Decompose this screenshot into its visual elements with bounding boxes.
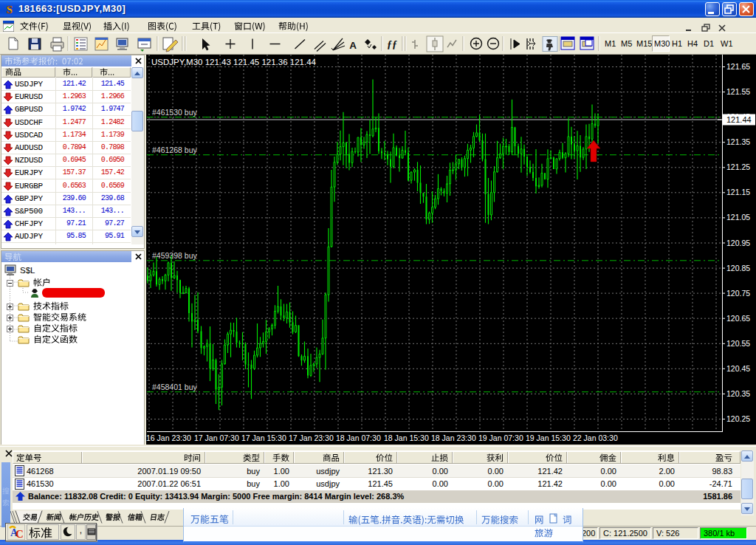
svg-text:120.55: 120.55 [726,339,750,348]
svg-text:120.85: 120.85 [726,264,750,272]
svg-text:18 Jan 07:30: 18 Jan 07:30 [336,433,381,442]
svg-text:19 Jan 07:30: 19 Jan 07:30 [478,433,523,442]
svg-text:121.05: 121.05 [726,213,750,222]
svg-text:18 Jan 15:30: 18 Jan 15:30 [384,433,429,442]
svg-text:ƒƒ: ƒƒ [387,39,397,50]
svg-text:#461268 buy: #461268 buy [152,145,197,154]
svg-text:16 Jan 23:30: 16 Jan 23:30 [146,433,191,442]
svg-text:#461530 buy: #461530 buy [152,108,197,117]
svg-text:#459398 buy: #459398 buy [152,251,197,260]
svg-text:121.35: 121.35 [726,137,750,146]
svg-text:22 Jan 03:30: 22 Jan 03:30 [573,433,618,442]
svg-text:121.25: 121.25 [726,162,750,171]
svg-text:A: A [349,40,357,51]
svg-text:17 Jan 23:30: 17 Jan 23:30 [289,433,334,442]
svg-text:120.25: 120.25 [726,414,750,423]
svg-text:18 Jan 23:30: 18 Jan 23:30 [431,433,476,442]
svg-text:17 Jan 07:30: 17 Jan 07:30 [194,433,239,442]
svg-text:#458401 buy: #458401 buy [152,383,197,391]
svg-text:C: C [16,528,24,540]
svg-text:121.55: 121.55 [726,87,750,96]
svg-text:120.65: 120.65 [726,314,750,323]
svg-text:S: S [7,4,13,16]
svg-text:17 Jan 15:30: 17 Jan 15:30 [241,433,286,442]
svg-text:121.44: 121.44 [726,115,752,124]
svg-text:19 Jan 15:30: 19 Jan 15:30 [526,433,571,442]
svg-text:121.15: 121.15 [726,188,750,196]
svg-text:121.65: 121.65 [726,62,750,71]
svg-text:120.75: 120.75 [726,289,750,298]
svg-text:120.35: 120.35 [726,389,750,398]
svg-text:120.95: 120.95 [726,239,750,247]
svg-text:USDJPY,M30 121.43 121.45 121.: USDJPY,M30 121.43 121.45 121.36 121.44 [151,58,317,66]
svg-text:120.45: 120.45 [726,364,750,373]
